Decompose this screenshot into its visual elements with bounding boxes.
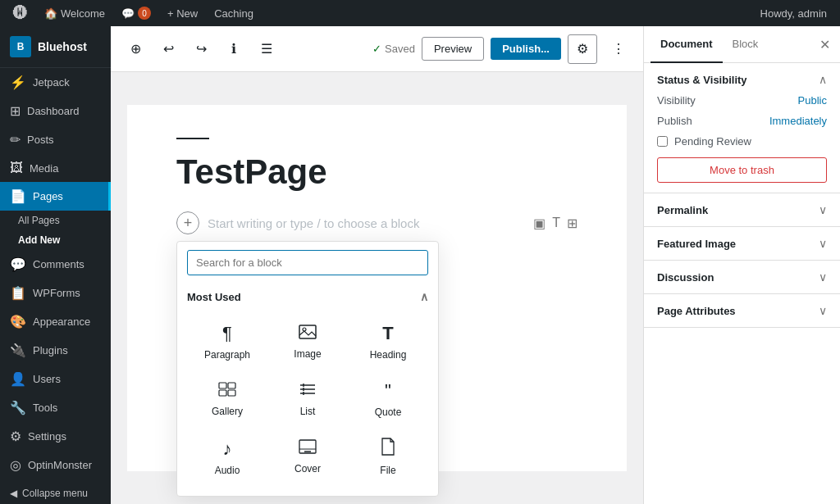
comments-item[interactable]: 💬 0 (115, 0, 158, 26)
panel-tabs: Document Block ✕ (644, 26, 840, 63)
editor-area: ⊕ ↩ ↪ ℹ ☰ ✓ Saved Preview (111, 26, 643, 504)
permalink-header[interactable]: Permalink ∨ (657, 203, 827, 216)
status-section-header[interactable]: Status & Visibility ∧ (657, 73, 827, 86)
move-to-trash-button[interactable]: Move to trash (657, 157, 827, 183)
tab-block[interactable]: Block (723, 26, 769, 63)
block-search-input[interactable] (187, 250, 428, 275)
block-paragraph[interactable]: ¶ Paragraph (187, 313, 267, 370)
inline-format-icons: ▣ T ⊞ (533, 216, 578, 231)
permalink-title: Permalink (657, 204, 708, 216)
settings-label: Settings (28, 430, 66, 443)
sidebar-item-optinmonster[interactable]: ◎ OptinMonster (0, 451, 111, 479)
sidebar-item-posts[interactable]: ✏ Posts (0, 125, 111, 154)
sidebar-item-add-new[interactable]: Add New (0, 230, 111, 250)
saved-label: Saved (385, 43, 415, 55)
sidebar-item-dashboard[interactable]: ⊞ Dashboard (0, 97, 111, 125)
howdy-label: Howdy, admin (760, 7, 827, 20)
publish-label: Publish... (502, 43, 550, 55)
featured-image-header[interactable]: Featured Image ∨ (657, 237, 827, 250)
optinmonster-icon: ◎ (10, 457, 21, 473)
block-file[interactable]: File (348, 428, 428, 486)
info-button[interactable]: ℹ (219, 34, 249, 64)
block-quote[interactable]: " Quote (348, 370, 428, 428)
sidebar-item-users[interactable]: 👤 Users (0, 365, 111, 393)
permalink-chevron-icon: ∨ (819, 203, 827, 216)
appearance-icon: 🎨 (10, 314, 26, 329)
sidebar-item-settings[interactable]: ⚙ Settings (0, 422, 111, 451)
comments-badge: 0 (138, 7, 151, 20)
tab-document[interactable]: Document (651, 26, 723, 63)
page-attributes-header[interactable]: Page Attributes ∨ (657, 304, 827, 317)
new-item[interactable]: + New (161, 0, 204, 26)
pending-review-checkbox[interactable] (657, 136, 668, 147)
audio-icon: ♪ (223, 438, 232, 460)
sidebar-item-comments[interactable]: 💬 Comments (0, 250, 111, 279)
close-panel-button[interactable]: ✕ (816, 34, 833, 56)
collapse-menu[interactable]: ◀ Collapse menu (0, 479, 111, 504)
cover-icon (299, 439, 317, 458)
users-icon: 👤 (10, 371, 26, 387)
featured-image-section: Featured Image ∨ (644, 227, 840, 261)
sidebar-item-pages[interactable]: 📄 Pages (0, 182, 111, 211)
status-visibility-section: Status & Visibility ∧ Visibility Public … (644, 63, 840, 193)
more-options-button[interactable]: ⋮ (604, 34, 633, 64)
gear-icon: ⚙ (577, 41, 588, 57)
sidebar-item-appearance[interactable]: 🎨 Appearance (0, 307, 111, 336)
dashboard-icon: ⊞ (10, 103, 21, 119)
jetpack-icon: ⚡ (10, 75, 26, 90)
publish-row: Publish Immediately (657, 115, 827, 127)
section-collapse-icon[interactable]: ∧ (420, 290, 428, 303)
featured-image-title: Featured Image (657, 238, 736, 250)
gallery-inline-icon[interactable]: ⊞ (567, 216, 578, 231)
redo-button[interactable]: ↪ (186, 34, 216, 64)
file-icon (381, 438, 395, 460)
featured-image-chevron-icon: ∨ (819, 237, 827, 250)
comments-nav-icon: 💬 (10, 257, 26, 272)
caching-item[interactable]: Caching (208, 0, 260, 26)
sidebar-item-wpforms[interactable]: 📋 WPForms (0, 279, 111, 307)
add-block-button[interactable]: + (176, 211, 199, 234)
discussion-header[interactable]: Discussion ∨ (657, 270, 827, 284)
sidebar-item-jetpack[interactable]: ⚡ Jetpack (0, 68, 111, 97)
site-name-item[interactable]: 🏠 Welcome (38, 0, 112, 26)
comments-nav-label: Comments (33, 258, 84, 270)
plugins-label: Plugins (33, 344, 68, 356)
image-label: Image (294, 348, 321, 360)
sidebar-item-media[interactable]: 🖼 Media (0, 154, 111, 182)
discussion-chevron-icon: ∨ (819, 270, 827, 284)
publish-value[interactable]: Immediately (769, 115, 827, 127)
sidebar-item-plugins[interactable]: 🔌 Plugins (0, 336, 111, 365)
appearance-label: Appearance (33, 316, 90, 328)
undo-button[interactable]: ↩ (153, 34, 183, 64)
wpforms-icon: 📋 (10, 285, 26, 301)
block-cover[interactable]: Cover (267, 428, 348, 486)
editor-inner: TestPage + Start writing or type / to ch… (127, 105, 627, 471)
list-view-button[interactable]: ☰ (252, 34, 281, 64)
block-grid: ¶ Paragraph Image (177, 306, 438, 496)
block-placeholder-text[interactable]: Start writing or type / to choose a bloc… (208, 216, 525, 230)
image-inline-icon[interactable]: ▣ (533, 216, 546, 231)
block-image[interactable]: Image (267, 313, 348, 370)
visibility-value[interactable]: Public (798, 94, 827, 107)
block-gallery[interactable]: Gallery (187, 370, 267, 428)
howdy-item[interactable]: Howdy, admin (754, 7, 833, 20)
editor-toolbar: ⊕ ↩ ↪ ℹ ☰ ✓ Saved Preview (111, 26, 643, 72)
sidebar-item-tools[interactable]: 🔧 Tools (0, 393, 111, 422)
sidebar-item-all-pages[interactable]: All Pages (0, 211, 111, 230)
insert-block-button[interactable]: ⊕ (121, 34, 150, 64)
wp-logo-item[interactable]: 🅦 (7, 0, 34, 26)
settings-panel-button[interactable]: ⚙ (568, 34, 597, 64)
text-inline-icon[interactable]: T (552, 216, 560, 231)
title-separator (176, 138, 209, 139)
publish-button[interactable]: Publish... (491, 38, 561, 60)
sidebar-brand[interactable]: B Bluehost (0, 26, 111, 68)
block-list[interactable]: List (267, 370, 348, 428)
page-title[interactable]: TestPage (176, 152, 578, 192)
quote-icon: " (385, 380, 391, 402)
paragraph-label: Paragraph (204, 349, 250, 361)
block-heading[interactable]: T Heading (348, 313, 428, 370)
toolbar-right: ✓ Saved Preview Publish... ⚙ ⋮ (372, 34, 633, 64)
visibility-row: Visibility Public (657, 94, 827, 107)
preview-button[interactable]: Preview (422, 37, 484, 61)
block-audio[interactable]: ♪ Audio (187, 428, 267, 486)
